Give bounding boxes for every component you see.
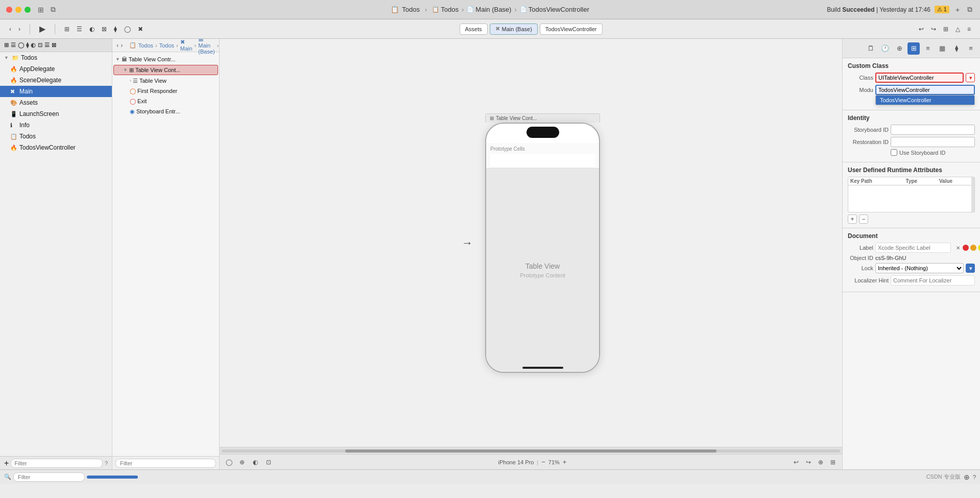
canvas-area[interactable]: → ⊞ Table View Cont... <box>220 39 842 469</box>
window-tile-button[interactable]: ⧉ <box>966 6 974 14</box>
toolbar-forward-button[interactable]: › <box>15 23 23 35</box>
main-base-tab[interactable]: ✖ Main (Base) <box>490 23 538 35</box>
sidebar-item-assets[interactable]: 🎨 Assets <box>0 97 112 108</box>
horizontal-scrollbar[interactable] <box>220 447 842 454</box>
tool-btn-7[interactable]: ✖ <box>135 23 146 35</box>
attrs-remove-btn[interactable]: − <box>859 215 868 224</box>
folder-icon: 📁 <box>12 55 19 61</box>
run-button[interactable]: ▶ <box>36 23 49 35</box>
sidebar-item-todosvc[interactable]: 🔥 TodosViewController <box>0 142 112 153</box>
breadcrumb-todos-2[interactable]: Todos <box>159 42 174 49</box>
doc-label-input[interactable] <box>875 243 951 253</box>
right-icon-2[interactable]: 🕐 <box>879 42 891 55</box>
swift-icon: 🔥 <box>10 145 17 151</box>
refresh-btn[interactable]: ↩ <box>791 457 801 467</box>
rtool-4[interactable]: △ <box>952 23 963 35</box>
file-item-tableview[interactable]: › ☰ Table View <box>112 76 219 86</box>
color-dot-red[interactable] <box>963 245 969 251</box>
sidebar-item-main[interactable]: ✖ Main <box>0 86 112 97</box>
sidebar-item-todos-group[interactable]: ▼ 📁 Todos <box>0 52 112 63</box>
color-x[interactable]: ✕ <box>955 245 961 251</box>
right-icon-5[interactable]: ≡ <box>922 42 934 55</box>
color-dot-yellow[interactable] <box>978 245 980 251</box>
breadcrumb-forward-btn[interactable]: › <box>121 41 123 49</box>
rtool-2[interactable]: ↪ <box>928 23 939 35</box>
class-dropdown-btn[interactable]: ▾ <box>966 73 975 82</box>
toolbar-separator-1 <box>30 24 30 34</box>
forward-btn[interactable]: ↪ <box>803 457 814 467</box>
module-input[interactable] <box>875 85 975 95</box>
right-icon-7[interactable]: ⧫ <box>950 42 963 55</box>
bottom-plus-btn[interactable]: ⊕ <box>964 473 970 481</box>
rtool-1[interactable]: ↩ <box>916 23 927 35</box>
right-icon-4[interactable]: ⊞ <box>907 42 920 55</box>
sidebar-item-launchscreen[interactable]: 📱 LaunchScreen <box>0 108 112 120</box>
plus-btn[interactable]: ⊕ <box>816 457 826 467</box>
file-item-exit[interactable]: ◯ Exit <box>112 96 219 106</box>
rotate-icon-btn[interactable]: ◐ <box>250 457 260 467</box>
breadcrumb-todos[interactable]: Todos <box>138 42 153 49</box>
breadcrumb-back-btn[interactable]: ‹ <box>116 41 118 49</box>
sidebar-item-scenedelegate[interactable]: 🔥 SceneDelegate <box>0 75 112 86</box>
tool-btn-4[interactable]: ⊠ <box>99 23 110 35</box>
right-icon-6[interactable]: ▦ <box>936 42 948 55</box>
lock-select[interactable]: Inherited - (Nothing) <box>875 263 964 273</box>
restoration-id-input[interactable] <box>891 137 975 147</box>
minimize-button[interactable] <box>15 7 21 13</box>
plus-icon[interactable]: + <box>4 459 9 468</box>
breadcrumb-tab-vc[interactable]: 📄 TodosViewController <box>520 6 589 13</box>
right-icon-3[interactable]: ⊕ <box>893 42 905 55</box>
sidebar-item-info[interactable]: ℹ Info <box>0 120 112 131</box>
info-icon: ℹ <box>10 122 17 129</box>
add-button[interactable]: + <box>953 6 962 14</box>
localizer-hint-input[interactable] <box>891 275 975 286</box>
breadcrumb-tab-todos[interactable]: 📋 Todos <box>432 6 459 13</box>
breadcrumb-tab-main[interactable]: 📄 Main (Base) <box>467 6 511 13</box>
bottom-help-btn[interactable]: ? <box>973 474 976 480</box>
color-dot-orange[interactable] <box>970 245 976 251</box>
lock-dropdown-btn[interactable]: ▾ <box>966 264 975 273</box>
file-item-tvc-root[interactable]: ▼ 🏛 Table View Contr... <box>112 54 219 64</box>
close-button[interactable] <box>6 7 12 13</box>
class-input[interactable] <box>875 73 964 83</box>
attrs-add-btn[interactable]: + <box>848 215 857 224</box>
document-section: Document Label ✕ Object ID <box>843 228 980 292</box>
scrollbar-thumb[interactable] <box>345 449 716 453</box>
rtool-3[interactable]: ⊞ <box>940 23 951 35</box>
fullscreen-button[interactable]: ⧉ <box>49 6 57 14</box>
file-item-storyboard-entry[interactable]: ◉ Storyboard Entr... <box>112 106 219 116</box>
filter-icon-btn[interactable]: ◯ <box>224 457 234 467</box>
rtool-5[interactable]: ≡ <box>964 23 974 35</box>
sidebar-item-todos[interactable]: 📋 Todos <box>0 131 112 142</box>
autocomplete-item[interactable]: TodosViewController <box>876 96 974 105</box>
maximize-button[interactable] <box>25 7 31 13</box>
todos-vc-tab[interactable]: TodosViewController <box>540 23 603 35</box>
sidebar-item-appdelegate[interactable]: 🔥 AppDelegate <box>0 63 112 75</box>
storyboard-id-input[interactable] <box>891 125 975 135</box>
sidebar-toggle-button[interactable]: ⊞ <box>37 6 45 14</box>
grid-icon-btn[interactable]: ⊡ <box>264 457 274 467</box>
file-filter-input[interactable] <box>115 459 216 468</box>
object-id-value: csS-9h-GhU <box>875 255 906 261</box>
grid-btn[interactable]: ⊞ <box>828 457 838 467</box>
file-item-tvc-child[interactable]: ▼ ⊞ Table View Cont... <box>113 65 218 75</box>
bottom-filter-input[interactable] <box>13 472 85 482</box>
file-item-first-responder[interactable]: ◯ First Responder <box>112 86 219 96</box>
tool-btn-3[interactable]: ◐ <box>86 23 98 35</box>
tool-btn-2[interactable]: ☰ <box>74 23 85 35</box>
warning-badge[interactable]: ⚠ 1 <box>935 6 949 13</box>
sidebar-filter-input[interactable] <box>11 459 103 468</box>
plus-icon-btn[interactable]: ⊕ <box>237 457 247 467</box>
tool-btn-6[interactable]: ◯ <box>121 23 134 35</box>
zoom-minus-btn[interactable]: − <box>541 458 545 466</box>
use-storyboard-checkbox[interactable] <box>891 149 897 156</box>
assets-tab[interactable]: Assets <box>460 23 488 35</box>
toolbar-back-button[interactable]: ‹ <box>6 23 14 35</box>
right-icon-8[interactable]: ≡ <box>965 42 977 55</box>
breadcrumb-main[interactable]: ✖ Main <box>180 39 193 52</box>
zoom-plus-btn[interactable]: + <box>563 458 567 466</box>
tool-btn-1[interactable]: ⊞ <box>61 23 73 35</box>
attrs-vscroll[interactable] <box>971 177 974 212</box>
tool-btn-5[interactable]: ⧫ <box>111 23 120 35</box>
right-icon-1[interactable]: 🗒 <box>865 42 877 55</box>
